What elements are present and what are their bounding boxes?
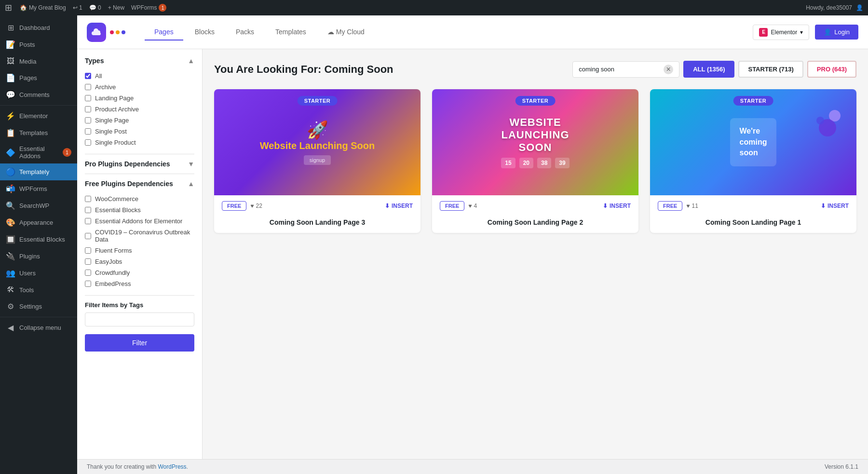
- template-content-area: You Are Looking For: Coming Soon × ALL (…: [203, 49, 868, 459]
- template-preview-1: STARTER We'recomingsoon: [650, 89, 856, 195]
- filter-type-archive-checkbox[interactable]: [85, 84, 91, 90]
- users-icon: 👥: [6, 269, 15, 278]
- insert-button-3[interactable]: ⬇ INSERT: [385, 203, 413, 209]
- filter-plugin-crowdfundly-checkbox[interactable]: [85, 270, 91, 276]
- insert-button-1[interactable]: ⬇ INSERT: [821, 203, 849, 209]
- sidebar-item-users[interactable]: 👥 Users: [0, 265, 77, 282]
- filter-plugin-covid19-checkbox[interactable]: [85, 233, 91, 239]
- revision-link[interactable]: ↩ 1: [73, 4, 82, 11]
- sidebar-item-templately[interactable]: 🔵 Templately: [0, 163, 77, 180]
- tags-input[interactable]: [85, 312, 194, 326]
- tab-pages[interactable]: Pages: [145, 24, 183, 41]
- download-icon-2: ⬇: [603, 203, 608, 209]
- filter-button[interactable]: Filter: [85, 334, 194, 352]
- login-button[interactable]: 👤 Login: [815, 25, 858, 40]
- filter-plugin-essential-blocks-checkbox[interactable]: [85, 207, 91, 213]
- sidebar-item-templates[interactable]: 📋 Templates: [0, 124, 77, 141]
- template-footer-3: FREE ♥ 22 ⬇ INSERT: [214, 195, 420, 217]
- filter-plugin-embedpress[interactable]: EmbedPress: [85, 278, 194, 289]
- filter-type-product-archive-checkbox[interactable]: [85, 106, 91, 112]
- sidebar-item-wpforms[interactable]: 📬 WPForms: [0, 180, 77, 197]
- filter-plugin-crowdfundly[interactable]: Crowdfundly: [85, 267, 194, 278]
- sidebar-item-pages[interactable]: 📄 Pages: [0, 69, 77, 86]
- sidebar-item-settings[interactable]: ⚙ Settings: [0, 298, 77, 315]
- wpforms-link[interactable]: WPForms 1: [131, 4, 166, 12]
- preview-box-1: We'recomingsoon: [730, 118, 777, 166]
- wpforms-badge: 1: [159, 4, 166, 12]
- filter-plugin-easyjobs-checkbox[interactable]: [85, 258, 91, 265]
- wordpress-link[interactable]: WordPress: [158, 463, 186, 470]
- pro-plugins-collapse-btn[interactable]: ▼: [188, 160, 194, 168]
- clear-search-button[interactable]: ×: [664, 65, 673, 74]
- filter-plugin-woocommerce[interactable]: WooCommerce: [85, 193, 194, 204]
- preview-figure-1: [808, 104, 847, 144]
- free-badge-1: FREE: [658, 201, 682, 211]
- sidebar-item-comments[interactable]: 💬 Comments: [0, 86, 77, 103]
- tab-packs[interactable]: Packs: [226, 24, 264, 41]
- free-plugins-collapse-btn[interactable]: ▲: [188, 180, 194, 188]
- comments-icon: 💬: [6, 90, 15, 99]
- content-title: You Are Looking For: Coming Soon: [214, 63, 393, 76]
- new-content-link[interactable]: + New: [108, 4, 124, 11]
- sidebar-item-searchwp[interactable]: 🔍 SearchWP: [0, 197, 77, 214]
- sidebar-item-collapse[interactable]: ◀ Collapse menu: [0, 319, 77, 336]
- types-collapse-btn[interactable]: ▲: [188, 57, 194, 65]
- tab-blocks[interactable]: Blocks: [185, 24, 224, 41]
- wp-logo-icon[interactable]: ⊞: [5, 2, 12, 13]
- pro-plugins-section-header: Pro Plugins Dependencies ▼: [85, 160, 194, 168]
- filter-plugin-essential-addons[interactable]: Essential Addons for Elementor: [85, 216, 194, 227]
- sidebar-item-posts[interactable]: 📝 Posts: [0, 36, 77, 53]
- filter-plugin-essential-addons-checkbox[interactable]: [85, 218, 91, 224]
- preview-title-3: Website Launching Soon: [260, 140, 375, 151]
- sidebar-item-appearance[interactable]: 🎨 Appearance: [0, 214, 77, 231]
- filter-plugin-easyjobs[interactable]: EasyJobs: [85, 256, 194, 267]
- filter-type-single-page[interactable]: Single Page: [85, 115, 194, 126]
- template-footer-1: FREE ♥ 11 ⬇ INSERT: [650, 195, 856, 217]
- filter-plugin-covid19[interactable]: COVID19 – Coronavirus Outbreak Data: [85, 227, 194, 245]
- filter-divider-2: [85, 174, 194, 174]
- likes-3: ♥ 22: [250, 203, 262, 209]
- rocket-icon: 🚀: [260, 120, 375, 140]
- tab-templates[interactable]: Templates: [266, 24, 316, 41]
- sidebar-item-elementor[interactable]: ⚡ Elementor: [0, 108, 77, 124]
- filter-type-product-archive[interactable]: Product Archive: [85, 104, 194, 115]
- search-input[interactable]: [579, 66, 660, 73]
- filter-type-single-product[interactable]: Single Product: [85, 137, 194, 148]
- filter-tab-starter[interactable]: STARTER (713): [738, 61, 803, 78]
- filter-type-single-post-checkbox[interactable]: [85, 128, 91, 135]
- filter-plugin-essential-blocks[interactable]: Essential Blocks: [85, 204, 194, 216]
- filter-type-landing-page[interactable]: Landing Page: [85, 93, 194, 104]
- filter-plugin-fluent-forms[interactable]: Fluent Forms: [85, 245, 194, 256]
- template-badge-3: STARTER: [298, 96, 338, 106]
- elementor-selector[interactable]: E Elementor ▾: [753, 25, 809, 40]
- filter-plugin-fluent-forms-checkbox[interactable]: [85, 247, 91, 254]
- filter-type-single-post[interactable]: Single Post: [85, 126, 194, 137]
- template-badge-1: STARTER: [733, 96, 773, 106]
- filter-type-all[interactable]: All: [85, 70, 194, 81]
- filter-type-archive[interactable]: Archive: [85, 81, 194, 93]
- header-navigation: Pages Blocks Packs Templates ☁ My Cloud: [145, 24, 374, 41]
- sidebar-item-plugins[interactable]: 🔌 Plugins: [0, 248, 77, 265]
- insert-button-2[interactable]: ⬇ INSERT: [603, 203, 631, 209]
- filter-type-all-checkbox[interactable]: [85, 73, 91, 79]
- filter-tab-pro[interactable]: PRO (643): [807, 61, 856, 78]
- filter-tab-all[interactable]: ALL (1356): [683, 61, 734, 78]
- sidebar-item-media[interactable]: 🖼 Media: [0, 53, 77, 69]
- filter-plugin-embedpress-checkbox[interactable]: [85, 281, 91, 287]
- heart-icon-1: ♥: [686, 203, 690, 209]
- sidebar-item-essential-blocks[interactable]: 🔲 Essential Blocks: [0, 231, 77, 248]
- user-icon: 👤: [824, 28, 831, 36]
- filter-plugin-woocommerce-checkbox[interactable]: [85, 196, 91, 202]
- filter-type-landing-page-checkbox[interactable]: [85, 95, 91, 101]
- sidebar-item-essential-addons[interactable]: 🔷 Essential Addons 1: [0, 141, 77, 163]
- search-bar: × ALL (1356) STARTER (713) PRO (643): [572, 61, 856, 78]
- filter-type-single-product-checkbox[interactable]: [85, 139, 91, 146]
- comments-link[interactable]: 💬 0: [89, 4, 101, 11]
- filter-type-single-page-checkbox[interactable]: [85, 117, 91, 123]
- sidebar-item-tools[interactable]: 🛠 Tools: [0, 282, 77, 298]
- site-name-link[interactable]: 🏠 My Great Blog: [20, 4, 66, 11]
- filter-sidebar: Types ▲ All Archive Landing Page: [77, 49, 203, 459]
- tab-mycloud[interactable]: ☁ My Cloud: [318, 24, 374, 41]
- essential-blocks-icon: 🔲: [6, 235, 15, 244]
- sidebar-item-dashboard[interactable]: ⊞ Dashboard: [0, 19, 77, 36]
